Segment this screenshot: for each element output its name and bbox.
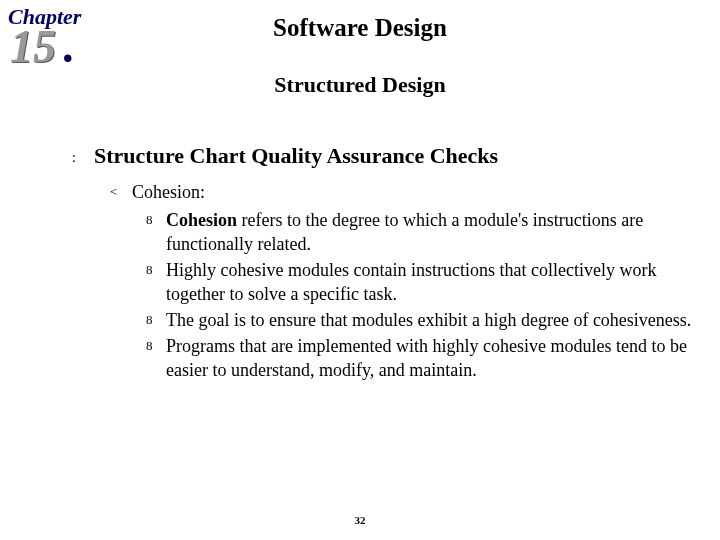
body-text: Programs that are implemented with highl… [166,336,687,380]
content-area: : Structure Chart Quality Assurance Chec… [72,142,698,384]
body-text: refers to the degree to which a module's… [166,210,643,254]
level2-label: Cohesion: [132,180,205,204]
level3-item: 8 The goal is to ensure that modules exh… [146,308,698,332]
level3-text: Cohesion refers to the degree to which a… [166,208,698,256]
level1-item: : Structure Chart Quality Assurance Chec… [72,142,698,170]
level2-block: < Cohesion: 8 Cohesion refers to the deg… [110,180,698,382]
page-title: Software Design [0,14,720,42]
bold-term: Cohesion [166,210,237,230]
bullet-l3-icon: 8 [146,334,166,358]
level3-text: Programs that are implemented with highl… [166,334,698,382]
level3-item: 8 Highly cohesive modules contain instru… [146,258,698,306]
bullet-l3-icon: 8 [146,308,166,332]
level3-text: The goal is to ensure that modules exhib… [166,308,691,332]
page-number: 32 [0,514,720,526]
body-text: The goal is to ensure that modules exhib… [166,310,691,330]
body-text: Highly cohesive modules contain instruct… [166,260,656,304]
bullet-l1-icon: : [72,144,94,172]
bullet-l3-icon: 8 [146,208,166,232]
level1-heading: Structure Chart Quality Assurance Checks [94,142,498,170]
level3-text: Highly cohesive modules contain instruct… [166,258,698,306]
bullet-l3-icon: 8 [146,258,166,282]
level3-item: 8 Cohesion refers to the degree to which… [146,208,698,256]
level3-item: 8 Programs that are implemented with hig… [146,334,698,382]
level3-block: 8 Cohesion refers to the degree to which… [146,208,698,382]
bullet-l2-icon: < [110,180,132,204]
page-subtitle: Structured Design [0,72,720,98]
level2-item: < Cohesion: [110,180,698,204]
